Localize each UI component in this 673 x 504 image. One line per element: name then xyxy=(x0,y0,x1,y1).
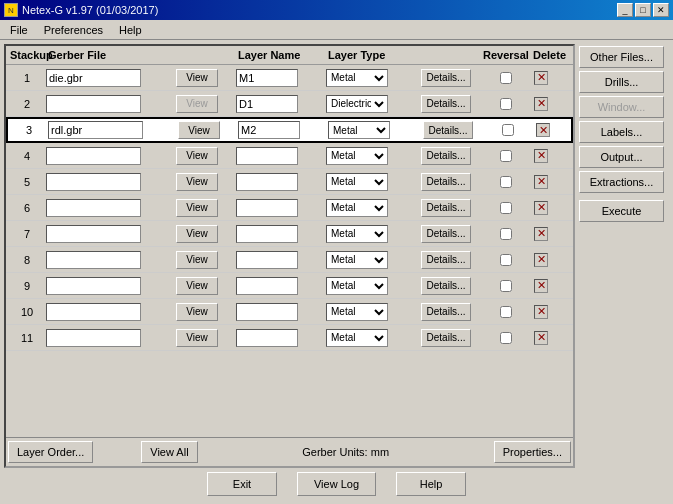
gerber-file-input[interactable] xyxy=(46,199,141,217)
reversal-checkbox[interactable] xyxy=(500,254,512,266)
execute-button[interactable]: Execute xyxy=(579,200,664,222)
view-button[interactable]: View xyxy=(176,329,218,347)
gerber-file-input[interactable] xyxy=(46,69,141,87)
minimize-button[interactable]: _ xyxy=(617,3,633,17)
layer-type-select[interactable]: MetalDielectric xyxy=(326,251,388,269)
layer-type-select[interactable]: MetalDielectric xyxy=(326,147,388,165)
details-button[interactable]: Details... xyxy=(423,121,473,139)
view-button[interactable]: View xyxy=(176,251,218,269)
view-log-button[interactable]: View Log xyxy=(297,472,376,496)
layer-name-input[interactable] xyxy=(236,95,298,113)
help-button[interactable]: Help xyxy=(396,472,466,496)
delete-button[interactable]: ✕ xyxy=(536,123,550,137)
reversal-checkbox[interactable] xyxy=(500,176,512,188)
delete-button[interactable]: ✕ xyxy=(534,201,548,215)
layer-name-input[interactable] xyxy=(238,121,300,139)
view-all-button[interactable]: View All xyxy=(141,441,197,463)
gerber-file-input[interactable] xyxy=(46,303,141,321)
labels-button[interactable]: Labels... xyxy=(579,121,664,143)
details-button[interactable]: Details... xyxy=(421,173,471,191)
exit-button[interactable]: Exit xyxy=(207,472,277,496)
drills-button[interactable]: Drills... xyxy=(579,71,664,93)
reversal-checkbox[interactable] xyxy=(500,202,512,214)
details-button[interactable]: Details... xyxy=(421,95,471,113)
layer-order-button[interactable]: Layer Order... xyxy=(8,441,93,463)
table-header: Stackup Gerber File Layer Name Layer Typ… xyxy=(6,46,573,65)
layer-type-select[interactable]: MetalDielectric xyxy=(326,277,388,295)
gerber-file-input[interactable] xyxy=(46,225,141,243)
reversal-checkbox[interactable] xyxy=(500,228,512,240)
delete-button[interactable]: ✕ xyxy=(534,71,548,85)
details-button[interactable]: Details... xyxy=(421,147,471,165)
delete-button[interactable]: ✕ xyxy=(534,227,548,241)
layer-name-input[interactable] xyxy=(236,147,298,165)
layer-type-select[interactable]: MetalDielectric xyxy=(326,225,388,243)
view-button[interactable]: View xyxy=(176,199,218,217)
maximize-button[interactable]: □ xyxy=(635,3,651,17)
menu-preferences[interactable]: Preferences xyxy=(36,22,111,38)
reversal-checkbox[interactable] xyxy=(500,72,512,84)
reversal-checkbox[interactable] xyxy=(500,332,512,344)
delete-button[interactable]: ✕ xyxy=(534,305,548,319)
delete-button[interactable]: ✕ xyxy=(534,149,548,163)
details-button[interactable]: Details... xyxy=(421,277,471,295)
view-button[interactable]: View xyxy=(176,173,218,191)
layer-name-input[interactable] xyxy=(236,173,298,191)
layer-type-select[interactable]: MetalDielectric xyxy=(326,173,388,191)
view-button[interactable]: View xyxy=(178,121,220,139)
layer-type-select[interactable]: MetalDielectric xyxy=(328,121,390,139)
layer-type-select[interactable]: MetalDielectric xyxy=(326,303,388,321)
reversal-cell xyxy=(483,124,533,136)
gerber-file-input[interactable] xyxy=(46,147,141,165)
gerber-file-input[interactable] xyxy=(48,121,143,139)
details-button[interactable]: Details... xyxy=(421,225,471,243)
delete-button[interactable]: ✕ xyxy=(534,175,548,189)
view-button[interactable]: View xyxy=(176,225,218,243)
menu-file[interactable]: File xyxy=(2,22,36,38)
layer-type-select[interactable]: MetalDielectric xyxy=(326,95,388,113)
delete-button[interactable]: ✕ xyxy=(534,253,548,267)
reversal-checkbox[interactable] xyxy=(500,98,512,110)
layer-type-select[interactable]: MetalDielectric xyxy=(326,329,388,347)
reversal-checkbox[interactable] xyxy=(500,306,512,318)
layer-name-input[interactable] xyxy=(236,277,298,295)
col-delete: Delete xyxy=(531,48,551,62)
layer-name-input[interactable] xyxy=(236,329,298,347)
gerber-file-input[interactable] xyxy=(46,329,141,347)
gerber-file-input[interactable] xyxy=(46,251,141,269)
view-button[interactable]: View xyxy=(176,277,218,295)
delete-button[interactable]: ✕ xyxy=(534,331,548,345)
layer-name-input[interactable] xyxy=(236,199,298,217)
extractions-button[interactable]: Extractions... xyxy=(579,171,664,193)
layer-name-input[interactable] xyxy=(236,69,298,87)
details-button[interactable]: Details... xyxy=(421,329,471,347)
view-button[interactable]: View xyxy=(176,95,218,113)
layer-type-select[interactable]: MetalDielectric xyxy=(326,199,388,217)
gerber-file-input[interactable] xyxy=(46,173,141,191)
details-button[interactable]: Details... xyxy=(421,251,471,269)
details-button[interactable]: Details... xyxy=(421,69,471,87)
close-button[interactable]: ✕ xyxy=(653,3,669,17)
delete-button[interactable]: ✕ xyxy=(534,279,548,293)
view-button[interactable]: View xyxy=(176,69,218,87)
menu-help[interactable]: Help xyxy=(111,22,150,38)
delete-button[interactable]: ✕ xyxy=(534,97,548,111)
properties-button[interactable]: Properties... xyxy=(494,441,571,463)
layer-name-input[interactable] xyxy=(236,303,298,321)
layer-type-select[interactable]: MetalDielectric xyxy=(326,69,388,87)
title-bar: N Netex-G v1.97 (01/03/2017) _ □ ✕ xyxy=(0,0,673,20)
reversal-checkbox[interactable] xyxy=(500,280,512,292)
layer-name-input[interactable] xyxy=(236,251,298,269)
output-button[interactable]: Output... xyxy=(579,146,664,168)
details-button[interactable]: Details... xyxy=(421,303,471,321)
gerber-file-input[interactable] xyxy=(46,95,141,113)
view-button[interactable]: View xyxy=(176,303,218,321)
reversal-checkbox[interactable] xyxy=(502,124,514,136)
details-button[interactable]: Details... xyxy=(421,199,471,217)
view-button[interactable]: View xyxy=(176,147,218,165)
window-button[interactable]: Window... xyxy=(579,96,664,118)
layer-name-input[interactable] xyxy=(236,225,298,243)
other-files-button[interactable]: Other Files... xyxy=(579,46,664,68)
gerber-file-input[interactable] xyxy=(46,277,141,295)
reversal-checkbox[interactable] xyxy=(500,150,512,162)
